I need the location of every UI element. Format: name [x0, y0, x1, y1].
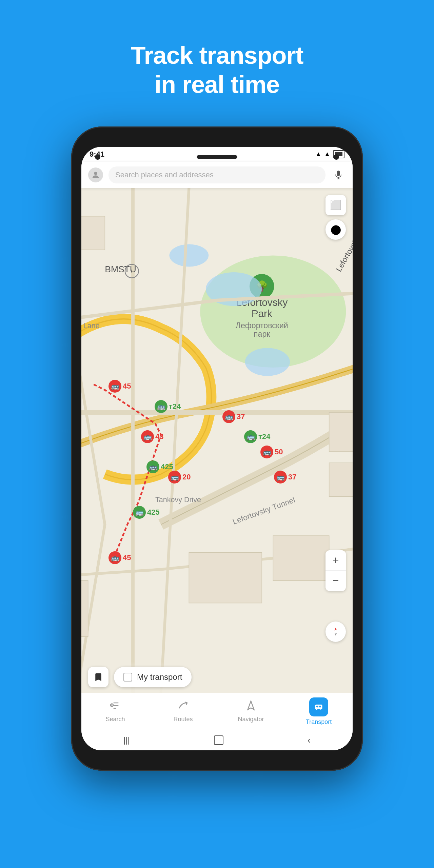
- recent-apps-button[interactable]: |||: [123, 735, 130, 745]
- page-headline: Track transport in real time: [131, 41, 303, 99]
- status-icons: ▲ ▲: [315, 150, 344, 158]
- svg-point-12: [245, 348, 290, 376]
- zoom-controls[interactable]: + −: [326, 550, 346, 591]
- transport-marker[interactable]: 🚌 37: [274, 471, 296, 484]
- transport-marker[interactable]: 🚌 50: [260, 446, 283, 458]
- svg-rect-37: [315, 705, 322, 709]
- my-transport-button[interactable]: My transport: [114, 667, 192, 687]
- svg-text:Tankovy Drive: Tankovy Drive: [155, 496, 201, 504]
- status-time: 9:41: [90, 150, 104, 159]
- svg-marker-36: [248, 701, 254, 709]
- bus-icon: 🚌: [146, 460, 159, 473]
- transport-nav-icon: [309, 697, 328, 716]
- svg-rect-24: [81, 216, 105, 250]
- user-avatar[interactable]: [88, 167, 103, 182]
- svg-rect-26: [329, 463, 353, 496]
- bus-icon: 🚌: [141, 430, 154, 443]
- compass-button[interactable]: [326, 622, 346, 642]
- bus-icon: 🚌: [244, 430, 257, 443]
- nav-item-search[interactable]: Search: [81, 700, 149, 723]
- transport-marker[interactable]: 🚌 43: [141, 430, 163, 443]
- bus-icon: 🚌: [108, 551, 121, 564]
- transport-marker[interactable]: 🚌 425: [133, 506, 160, 519]
- bus-icon: 🚌: [133, 506, 146, 519]
- back-button[interactable]: ‹: [308, 735, 311, 746]
- transport-marker[interactable]: 🚌 37: [222, 410, 245, 423]
- bus-icon: 🚌: [222, 410, 235, 423]
- svg-text:Лефортовский: Лефортовский: [236, 321, 288, 330]
- transport-marker[interactable]: 🚌 20: [168, 471, 191, 484]
- svg-point-41: [320, 708, 321, 710]
- svg-rect-29: [189, 552, 262, 603]
- svg-rect-30: [273, 536, 329, 580]
- svg-rect-28: [81, 580, 88, 636]
- bus-icon: 🚌: [155, 400, 167, 413]
- search-nav-label: Search: [105, 716, 125, 723]
- bus-icon: 🚌: [274, 471, 287, 484]
- nav-item-navigator[interactable]: Navigator: [217, 700, 285, 723]
- search-nav-icon: [110, 700, 121, 714]
- transport-nav-label: Transport: [306, 718, 332, 726]
- phone-screen: 9:41 ▲ ▲ Search places and addresses: [81, 147, 353, 750]
- svg-point-40: [317, 708, 318, 710]
- svg-text:i: i: [131, 268, 133, 275]
- wifi-icon: ▲: [315, 151, 321, 158]
- search-bar[interactable]: Search places and addresses: [81, 162, 353, 188]
- svg-point-13: [169, 244, 209, 267]
- bottom-navigation: Search Routes Navigator: [81, 693, 353, 730]
- map-controls: ⬜ ⬤: [326, 195, 346, 240]
- system-navigation: ||| ‹: [81, 730, 353, 750]
- svg-point-0: [94, 172, 97, 175]
- svg-rect-39: [319, 706, 321, 707]
- status-bar: 9:41 ▲ ▲: [81, 147, 353, 162]
- zoom-in-button[interactable]: +: [326, 550, 346, 571]
- signal-icon: ▲: [324, 151, 330, 158]
- home-button[interactable]: [214, 735, 223, 745]
- navigator-nav-label: Navigator: [238, 716, 264, 723]
- svg-rect-25: [329, 412, 353, 452]
- transport-marker[interactable]: 🚌 45: [108, 380, 131, 393]
- nav-item-transport[interactable]: Transport: [285, 697, 353, 726]
- phone-device: 9:41 ▲ ▲ Search places and addresses: [71, 126, 363, 771]
- transport-marker[interactable]: 🚌 т24: [155, 400, 181, 413]
- layers-button[interactable]: ⬜: [326, 195, 346, 215]
- my-transport-label: My transport: [137, 672, 182, 682]
- map-area[interactable]: Lefortovsky Park Лефортовский парк 🌳 Lef…: [81, 188, 353, 693]
- bus-icon: 🚌: [168, 471, 181, 484]
- transport-marker[interactable]: 🚌 45: [108, 551, 131, 564]
- bus-icon: 🚌: [108, 380, 121, 393]
- transport-marker[interactable]: 🚌 т24: [244, 430, 270, 443]
- svg-text:парк: парк: [254, 330, 270, 338]
- battery-icon: [333, 150, 344, 158]
- routes-nav-label: Routes: [173, 716, 193, 723]
- navigator-nav-icon: [245, 700, 256, 714]
- svg-text:Tekhnichesky Lane: Tekhnichesky Lane: [81, 322, 100, 330]
- my-transport-checkbox[interactable]: [123, 673, 132, 682]
- routes-nav-icon: [178, 700, 189, 714]
- svg-rect-38: [316, 706, 318, 707]
- bookmarks-button[interactable]: [88, 667, 108, 687]
- zoom-out-button[interactable]: −: [326, 571, 346, 591]
- nav-item-routes[interactable]: Routes: [149, 700, 217, 723]
- profile-button[interactable]: ⬤: [326, 219, 346, 240]
- mic-button[interactable]: [331, 167, 346, 182]
- svg-text:Park: Park: [252, 308, 272, 319]
- bus-icon: 🚌: [260, 446, 273, 458]
- search-input[interactable]: Search places and addresses: [108, 166, 326, 183]
- bottom-overlay: My transport: [81, 662, 353, 693]
